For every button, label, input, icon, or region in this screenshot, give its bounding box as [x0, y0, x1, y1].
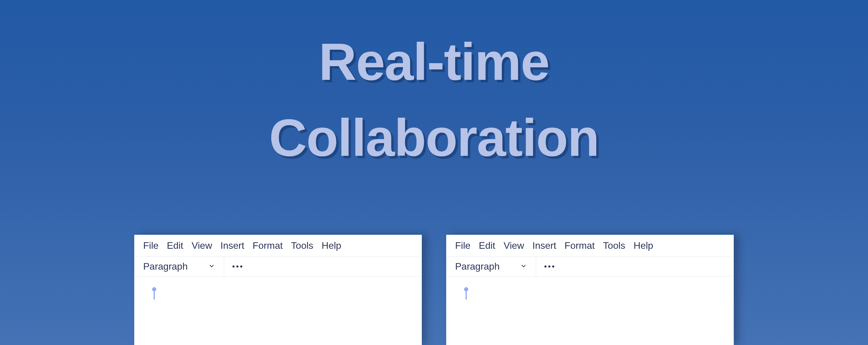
menu-view[interactable]: View [192, 240, 212, 251]
menu-help[interactable]: Help [322, 240, 341, 251]
collaborator-cursor-icon [464, 287, 468, 300]
menu-format[interactable]: Format [565, 240, 595, 251]
editor-right: File Edit View Insert Format Tools Help … [446, 235, 734, 345]
menu-file[interactable]: File [455, 240, 471, 251]
editor-content[interactable] [134, 277, 422, 345]
block-type-label: Paragraph [143, 261, 188, 272]
menu-insert[interactable]: Insert [220, 240, 244, 251]
menu-file[interactable]: File [143, 240, 159, 251]
chevron-down-icon [208, 263, 215, 270]
more-horizontal-icon [545, 265, 554, 267]
hero-line-2: Collaboration [269, 100, 599, 176]
menu-insert[interactable]: Insert [532, 240, 556, 251]
more-options-button[interactable] [536, 257, 563, 276]
more-options-button[interactable] [224, 257, 251, 276]
menubar: File Edit View Insert Format Tools Help [446, 235, 734, 257]
menu-tools[interactable]: Tools [291, 240, 313, 251]
menu-help[interactable]: Help [634, 240, 653, 251]
toolbar: Paragraph [134, 257, 422, 277]
hero-line-1: Real-time [319, 32, 549, 91]
menubar: File Edit View Insert Format Tools Help [134, 235, 422, 257]
menu-format[interactable]: Format [253, 240, 283, 251]
menu-tools[interactable]: Tools [603, 240, 625, 251]
editors-container: File Edit View Insert Format Tools Help … [134, 235, 734, 345]
hero-title: Real-time Collaboration [269, 24, 599, 176]
chevron-down-icon [520, 263, 527, 270]
menu-edit[interactable]: Edit [167, 240, 183, 251]
toolbar: Paragraph [446, 257, 734, 277]
collaborator-cursor-icon [152, 287, 156, 300]
block-type-select[interactable]: Paragraph [134, 257, 224, 276]
menu-view[interactable]: View [504, 240, 524, 251]
editor-content[interactable] [446, 277, 734, 345]
more-horizontal-icon [232, 265, 242, 267]
editor-left: File Edit View Insert Format Tools Help … [134, 235, 422, 345]
block-type-select[interactable]: Paragraph [446, 257, 536, 276]
menu-edit[interactable]: Edit [479, 240, 495, 251]
block-type-label: Paragraph [455, 261, 499, 272]
